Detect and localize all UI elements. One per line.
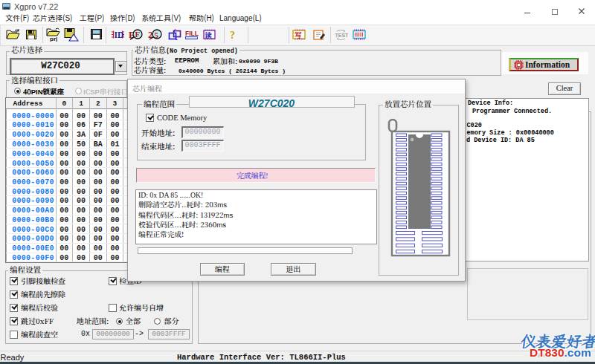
svg-text:ID: ID	[115, 30, 124, 39]
svg-text:?: ?	[230, 30, 235, 40]
svg-text:5: 5	[155, 30, 159, 39]
svg-text:写: 写	[295, 30, 302, 40]
svg-text:prj: prj	[50, 36, 57, 42]
svg-text:读: 读	[205, 30, 213, 40]
svg-text:F: F	[135, 30, 141, 39]
svg-text:TEST: TEST	[335, 33, 349, 38]
svg-text:FILL: FILL	[185, 30, 199, 37]
